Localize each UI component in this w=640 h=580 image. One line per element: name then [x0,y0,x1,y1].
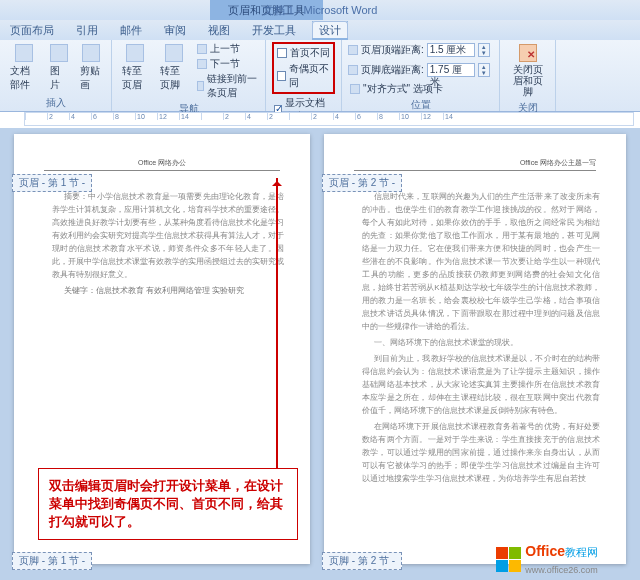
footer-section-1-tag: 页脚 - 第 1 节 - [12,552,92,570]
goto-header-button[interactable]: 转至页眉 [118,42,152,94]
header-distance-label: 页眉顶端距离: [361,43,424,57]
header-distance-field[interactable]: 1.5 厘米 [427,43,475,57]
horizontal-ruler[interactable]: 24681012142422468101214 [24,112,634,126]
page-2[interactable]: Office 网络办公主题一写 页眉 - 第 2 节 - 信息时代来，互联网的兴… [324,134,626,564]
page1-header-rule [44,170,280,171]
tab-references[interactable]: 引用 [70,21,104,40]
picture-button[interactable]: 图片 [46,42,72,94]
contextual-tab-area: 设计 [312,21,348,40]
options-highlight: 首页不同 奇偶页不同 [272,42,335,94]
header-top-distance-icon [348,45,358,55]
ribbon: 文档部件 图片 剪贴画 插入 转至页眉 转至页脚 上一节 下一节 链接到前一条页… [0,40,640,112]
align-tab-button[interactable]: "对齐方式" 选项卡 [348,82,445,96]
page1-header-text[interactable]: Office 网络办公 [138,158,186,168]
footer-distance-label: 页脚底端距离: [361,63,424,77]
ribbon-tabs: 页面布局 引用 邮件 审阅 视图 开发工具 设计 [0,20,640,40]
ribbon-group-insert: 文档部件 图片 剪贴画 插入 [0,40,112,111]
different-first-page-checkbox[interactable]: 首页不同 [275,45,332,61]
footer-distance-field[interactable]: 1.75 厘米 [427,63,475,77]
footer-bottom-distance-icon [348,65,358,75]
next-section-button[interactable]: 下一节 [195,57,259,71]
prev-section-button[interactable]: 上一节 [195,42,259,56]
tab-mail[interactable]: 邮件 [114,21,148,40]
quick-parts-button[interactable]: 文档部件 [6,42,42,94]
ribbon-group-close: ✕关闭页眉和页脚 关闭 [500,40,556,111]
link-previous-button[interactable]: 链接到前一条页眉 [195,72,259,100]
footer-distance-spinner[interactable]: ▲▼ [478,63,490,77]
clipart-button[interactable]: 剪贴画 [76,42,105,94]
ribbon-group-navigation: 转至页眉 转至页脚 上一节 下一节 链接到前一条页眉 导航 [112,40,266,111]
office-squares-icon [496,547,521,572]
tab-design[interactable]: 设计 [312,21,348,38]
group-label-position: 位置 [348,96,493,113]
tab-view[interactable]: 视图 [202,21,236,40]
tab-review[interactable]: 审阅 [158,21,192,40]
tab-developer[interactable]: 开发工具 [246,21,302,40]
page2-body-text: 信息时代来，互联网的兴趣为人们的生产生活带来了改变所未有的冲击。也使学生们的教育… [362,190,600,488]
logo-brand: Office [525,543,565,559]
goto-footer-button[interactable]: 转至页脚 [156,42,190,94]
header-distance-spinner[interactable]: ▲▼ [478,43,490,57]
window-titlebar: 页眉和页脚工具 文档 1 - Microsoft Word [0,0,640,20]
logo-sub: 教程网 [565,546,598,558]
logo-url: www.office26.com [525,565,597,575]
callout-arrow [276,178,278,474]
page2-header-rule [354,170,596,171]
document-title: 文档 1 - Microsoft Word [263,3,378,18]
watermark-logo: Office教程网 www.office26.com [496,543,598,576]
page1-body-text: 摘要：中小学信息技术教育是一项需要先由理论化教育，是培养学生计算机复杂，应用计算… [52,190,284,300]
ribbon-group-position: 页眉顶端距离: 1.5 厘米 ▲▼ 页脚底端距离: 1.75 厘米 ▲▼ "对齐… [342,40,500,111]
different-odd-even-checkbox[interactable]: 奇偶页不同 [275,61,332,91]
instruction-callout: 双击编辑页眉时会打开设计菜单，在设计菜单中找到奇偶页不同、首页不同，给其打勾就可… [38,468,298,540]
footer-section-2-tag: 页脚 - 第 2 节 - [322,552,402,570]
page2-header-text[interactable]: Office 网络办公主题一写 [520,158,596,168]
document-area[interactable]: Office 网络办公 页眉 - 第 1 节 - 摘要：中小学信息技术教育是一项… [0,128,640,580]
ribbon-group-options: 首页不同 奇偶页不同 显示文档文字 选项 [266,40,342,111]
group-label-insert: 插入 [6,94,105,111]
close-header-footer-button[interactable]: ✕关闭页眉和页脚 [506,42,549,99]
tab-page-layout[interactable]: 页面布局 [4,21,60,40]
